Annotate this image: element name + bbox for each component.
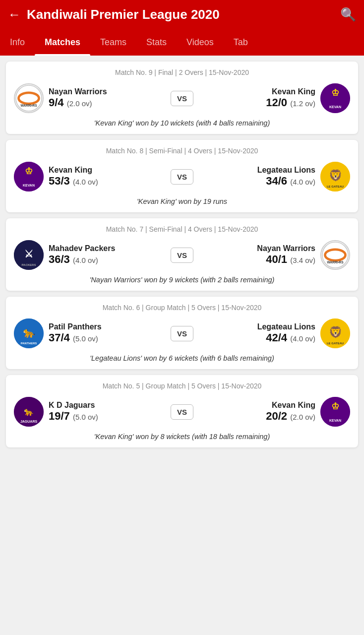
svg-text:KEVAN: KEVAN	[329, 105, 341, 109]
vs-badge-5: VS	[171, 404, 193, 420]
match-7-team2-info: Nayan Warriors 40/1 (3.4 ov)	[257, 244, 315, 266]
match-6-team2-info: Legateau Lions 42/4 (4.0 ov)	[257, 322, 315, 344]
match-9-team1-score: 9/4 (2.0 ov)	[49, 96, 107, 109]
match-9-team1-name: Nayan Warriors	[49, 87, 107, 96]
match-5-team2-score: 20/2 (2.0 ov)	[266, 410, 315, 423]
match-6-teams: 🐆 PANTHERS Patil Panthers 37/4 (5.0 ov) …	[14, 318, 350, 348]
tab-tab[interactable]: Tab	[224, 29, 258, 56]
svg-text:PACKERS: PACKERS	[22, 263, 36, 266]
vs-badge-8: VS	[171, 169, 193, 185]
svg-text:KEVAN: KEVAN	[329, 419, 341, 422]
back-button[interactable]: ←	[8, 7, 21, 22]
kevan-king-logo-5: ♔ KEVAN	[320, 397, 350, 427]
svg-text:🐆: 🐆	[23, 326, 35, 338]
header: ← Kandiwali Premier League 2020 🔍	[0, 0, 364, 29]
header-left: ← Kandiwali Premier League 2020	[8, 7, 220, 22]
match-8-header: Match No. 8 | Semi-Final | 4 Overs | 15-…	[14, 147, 350, 155]
svg-text:JAGUARS: JAGUARS	[20, 420, 38, 423]
match-5-team2-name: Kevan King	[272, 401, 315, 410]
match-6-team1-info: Patil Panthers 37/4 (5.0 ov)	[49, 322, 102, 344]
tab-teams[interactable]: Teams	[90, 29, 136, 56]
svg-text:PANTHERS: PANTHERS	[21, 342, 37, 345]
kd-jaguars-logo: 🐆 JAGUARS	[14, 397, 44, 427]
tabs-bar: Info Matches Teams Stats Videos Tab	[0, 29, 364, 56]
mahadev-packers-logo: ⚔ PACKERS	[14, 240, 44, 270]
match-9-team2-info: Kevan King 12/0 (1.2 ov)	[266, 87, 315, 109]
match-7-header: Match No. 7 | Semi-Final | 4 Overs | 15-…	[14, 225, 350, 233]
match-5-result: 'Kevan King' won by 8 wickets (with 18 b…	[14, 433, 350, 441]
svg-text:♔: ♔	[331, 88, 339, 98]
match-5-team1: 🐆 JAGUARS K D Jaguars 19/7 (5.0 ov)	[14, 397, 167, 427]
tab-info[interactable]: Info	[0, 29, 35, 56]
match-8-team1-info: Kevan King 53/3 (4.0 ov)	[49, 166, 98, 188]
svg-text:WARRI•RS: WARRI•RS	[20, 104, 37, 107]
match-8-team1-name: Kevan King	[49, 166, 98, 175]
match-6-team2: Legateau Lions 42/4 (4.0 ov) 🦁 LE GATEAU	[197, 318, 350, 348]
tab-stats[interactable]: Stats	[136, 29, 177, 56]
match-7-team2-name: Nayan Warriors	[257, 244, 315, 253]
search-icon[interactable]: 🔍	[340, 7, 356, 22]
match-9-team1: WARRI•RS Nayan Warriors 9/4 (2.0 ov)	[14, 83, 167, 113]
match-card-7: Match No. 7 | Semi-Final | 4 Overs | 15-…	[6, 218, 358, 291]
svg-text:⚔: ⚔	[24, 249, 33, 259]
matches-list: Match No. 9 | Final | 2 Overs | 15-Nov-2…	[0, 56, 364, 453]
match-8-team2-info: Legateau Lions 34/6 (4.0 ov)	[257, 166, 315, 188]
match-6-team2-name: Legateau Lions	[257, 322, 315, 331]
match-8-team2-score: 34/6 (4.0 ov)	[266, 175, 315, 188]
svg-text:WARRI•RS: WARRI•RS	[327, 260, 344, 264]
match-5-team1-score: 19/7 (5.0 ov)	[49, 410, 98, 423]
svg-text:KEVAN: KEVAN	[23, 184, 35, 187]
svg-text:♔: ♔	[331, 401, 339, 411]
match-5-team1-name: K D Jaguars	[49, 401, 98, 410]
page-title: Kandiwali Premier League 2020	[27, 7, 220, 22]
svg-text:🦁: 🦁	[329, 325, 343, 339]
vs-badge-9: VS	[171, 91, 193, 106]
match-9-result: 'Kevan King' won by 10 wickets (with 4 b…	[14, 119, 350, 127]
match-5-team1-info: K D Jaguars 19/7 (5.0 ov)	[49, 401, 98, 423]
match-7-team1-score: 36/3 (4.0 ov)	[49, 253, 115, 266]
match-7-team2-score: 40/1 (3.4 ov)	[266, 253, 315, 266]
kevan-king-logo-9: ♔ KEVAN	[320, 83, 350, 113]
match-6-team1-name: Patil Panthers	[49, 322, 102, 331]
match-9-teams: WARRI•RS Nayan Warriors 9/4 (2.0 ov) VS …	[14, 83, 350, 113]
match-7-result: 'Nayan Warriors' won by 9 wickets (with …	[14, 276, 350, 284]
match-7-teams: ⚔ PACKERS Mahadev Packers 36/3 (4.0 ov) …	[14, 240, 350, 270]
match-6-team1-score: 37/4 (5.0 ov)	[49, 331, 102, 344]
match-5-header: Match No. 5 | Group Match | 5 Overs | 15…	[14, 382, 350, 390]
match-8-team1: ♔ KEVAN Kevan King 53/3 (4.0 ov)	[14, 162, 167, 191]
match-9-header: Match No. 9 | Final | 2 Overs | 15-Nov-2…	[14, 68, 350, 76]
vs-badge-7: VS	[171, 248, 193, 263]
match-8-teams: ♔ KEVAN Kevan King 53/3 (4.0 ov) VS Lega…	[14, 162, 350, 191]
match-5-team2: Kevan King 20/2 (2.0 ov) ♔ KEVAN	[197, 397, 350, 427]
match-card-6: Match No. 6 | Group Match | 5 Overs | 15…	[6, 297, 358, 369]
legateau-lions-logo-8: 🦁 LE GATEAU	[320, 162, 350, 191]
patil-panthers-logo: 🐆 PANTHERS	[14, 318, 44, 348]
match-9-team2: Kevan King 12/0 (1.2 ov) ♔ KEVAN	[197, 83, 350, 113]
nayan-warriors-logo: WARRI•RS	[14, 83, 44, 113]
svg-text:🦁: 🦁	[329, 169, 343, 182]
match-6-team1: 🐆 PANTHERS Patil Panthers 37/4 (5.0 ov)	[14, 318, 167, 348]
tab-matches[interactable]: Matches	[35, 29, 90, 56]
match-8-team2-name: Legateau Lions	[257, 166, 315, 175]
svg-text:♔: ♔	[25, 166, 33, 176]
match-8-team1-score: 53/3 (4.0 ov)	[49, 175, 98, 188]
svg-text:🐆: 🐆	[24, 407, 34, 416]
match-9-team2-score: 12/0 (1.2 ov)	[266, 96, 315, 109]
match-9-team2-name: Kevan King	[272, 87, 315, 96]
match-9-team1-info: Nayan Warriors 9/4 (2.0 ov)	[49, 87, 107, 109]
match-5-team2-info: Kevan King 20/2 (2.0 ov)	[266, 401, 315, 423]
legateau-lions-logo-6: 🦁 LE GATEAU	[320, 318, 350, 348]
match-6-header: Match No. 6 | Group Match | 5 Overs | 15…	[14, 304, 350, 312]
match-card-9: Match No. 9 | Final | 2 Overs | 15-Nov-2…	[6, 62, 358, 134]
match-5-teams: 🐆 JAGUARS K D Jaguars 19/7 (5.0 ov) VS K…	[14, 397, 350, 427]
vs-badge-6: VS	[171, 326, 193, 341]
match-8-result: 'Kevan King' won by 19 runs	[14, 197, 350, 205]
match-6-result: 'Legateau Lions' won by 6 wickets (with …	[14, 354, 350, 362]
match-6-team2-score: 42/4 (4.0 ov)	[266, 331, 315, 344]
match-7-team1: ⚔ PACKERS Mahadev Packers 36/3 (4.0 ov)	[14, 240, 167, 270]
match-7-team1-info: Mahadev Packers 36/3 (4.0 ov)	[49, 244, 115, 266]
tab-videos[interactable]: Videos	[177, 29, 224, 56]
match-7-team1-name: Mahadev Packers	[49, 244, 115, 253]
kevan-king-logo-8: ♔ KEVAN	[14, 162, 44, 191]
match-7-team2: Nayan Warriors 40/1 (3.4 ov) WARRI•RS	[197, 240, 350, 270]
